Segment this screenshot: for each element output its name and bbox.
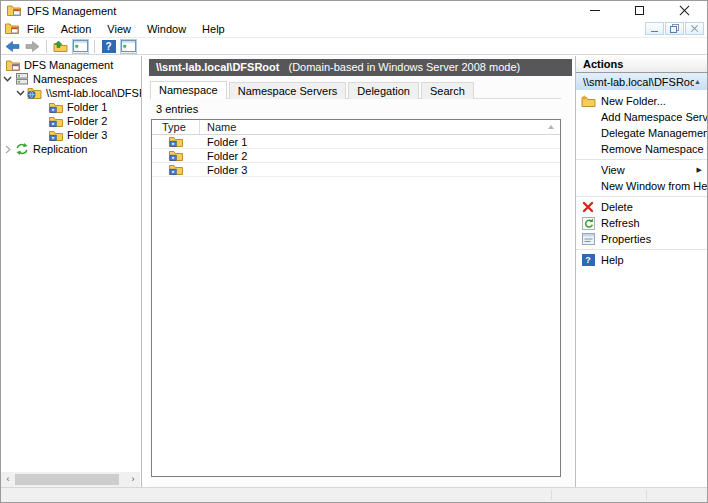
tab-delegation[interactable]: Delegation <box>348 82 419 99</box>
dfs-folder-icon <box>48 116 63 127</box>
statusbar-divider <box>551 490 552 500</box>
namespace-root-icon <box>27 87 42 99</box>
actions-separator <box>576 196 707 197</box>
menu-window[interactable]: Window <box>139 23 194 35</box>
tree-horizontal-scrollbar[interactable]: ‹ › <box>1 472 140 487</box>
delete-icon <box>580 201 596 213</box>
child-minimize-icon[interactable] <box>645 22 664 35</box>
menu-view[interactable]: View <box>99 23 139 35</box>
sort-ascending-icon <box>548 125 554 129</box>
dfs-console-icon <box>5 59 20 71</box>
close-button[interactable] <box>662 1 707 20</box>
console-tree-pane: DFS Management Namespaces \\smt-lab.loca <box>1 56 142 487</box>
action-add-namespace-server[interactable]: Add Namespace Server... <box>576 109 707 125</box>
show-hide-console-tree-icon[interactable] <box>72 39 89 54</box>
scrollbar-thumb[interactable] <box>15 474 119 485</box>
console-window-icon <box>5 22 19 36</box>
results-pane: \\smt-lab.local\DFSRoot(Domain-based in … <box>148 56 573 487</box>
dfs-folder-icon <box>152 150 200 161</box>
tab-search[interactable]: Search <box>421 82 474 99</box>
statusbar-divider <box>646 490 647 500</box>
child-restore-icon[interactable] <box>665 22 684 35</box>
main-area: DFS Management Namespaces \\smt-lab.loca <box>1 56 707 487</box>
toolbar: ? <box>1 37 707 55</box>
results-header-mode: (Domain-based in Windows Server 2008 mod… <box>288 61 520 73</box>
replication-icon <box>14 143 29 155</box>
results-header-title: \\smt-lab.local\DFSRoot <box>156 61 279 73</box>
tree-item-folder-2[interactable]: Folder 2 <box>1 114 141 128</box>
up-one-level-icon[interactable] <box>52 39 69 54</box>
actions-pane: Actions \\smt-lab.local\DFSRoot ▲ New Fo… <box>575 56 707 487</box>
table-row[interactable]: Folder 3 <box>152 163 560 177</box>
forward-icon[interactable] <box>24 39 41 54</box>
action-delete[interactable]: Delete <box>576 199 707 215</box>
actions-pane-title: Actions <box>576 56 707 73</box>
show-hide-action-pane-icon[interactable] <box>120 39 137 54</box>
table-row[interactable]: Folder 2 <box>152 149 560 163</box>
action-view[interactable]: View ▶ <box>576 162 707 178</box>
tree-item-replication[interactable]: Replication <box>1 142 141 156</box>
properties-icon <box>580 233 596 245</box>
table-row[interactable]: Folder 1 <box>152 135 560 149</box>
row-name: Folder 3 <box>200 164 560 176</box>
help-icon[interactable]: ? <box>100 39 117 54</box>
namespaces-icon <box>14 73 29 85</box>
menu-file[interactable]: File <box>19 23 53 35</box>
back-icon[interactable] <box>4 39 21 54</box>
scroll-left-icon[interactable]: ‹ <box>1 472 15 487</box>
row-name: Folder 2 <box>200 150 560 162</box>
action-refresh[interactable]: Refresh <box>576 215 707 231</box>
dfs-management-window: DFS Management File Action View Window H… <box>0 0 708 503</box>
window-title: DFS Management <box>27 5 572 17</box>
toolbar-separator <box>46 40 47 53</box>
results-header: \\smt-lab.local\DFSRoot(Domain-based in … <box>149 59 572 76</box>
toolbar-separator <box>94 40 95 53</box>
menu-action[interactable]: Action <box>53 23 100 35</box>
action-new-folder[interactable]: New Folder... <box>576 93 707 109</box>
column-header-name[interactable]: Name <box>200 120 560 135</box>
help-icon: ? <box>580 254 596 266</box>
maximize-button[interactable] <box>617 1 662 20</box>
tree-item-dfs-management[interactable]: DFS Management <box>1 58 141 72</box>
expanded-chevron-icon[interactable] <box>14 89 27 97</box>
collapse-group-icon[interactable]: ▲ <box>694 78 701 85</box>
tab-namespace[interactable]: Namespace <box>150 81 227 99</box>
app-icon <box>7 4 21 18</box>
collapsed-chevron-icon[interactable] <box>1 145 14 154</box>
menu-help[interactable]: Help <box>194 23 233 35</box>
titlebar: DFS Management <box>1 1 707 20</box>
action-delegate-management[interactable]: Delegate Management ... <box>576 125 707 141</box>
row-name: Folder 1 <box>200 136 560 148</box>
submenu-arrow-icon: ▶ <box>697 166 702 174</box>
entries-count: 3 entries <box>156 103 198 115</box>
actions-separator <box>576 159 707 160</box>
actions-separator <box>576 249 707 250</box>
status-bar <box>1 487 707 502</box>
dfs-folder-icon <box>152 136 200 147</box>
minimize-button[interactable] <box>572 1 617 20</box>
action-help[interactable]: ? Help <box>576 252 707 268</box>
tree-item-namespace-root[interactable]: \\smt-lab.local\DFSRoot <box>1 86 141 100</box>
action-remove-namespace[interactable]: Remove Namespace fr... <box>576 141 707 157</box>
dfs-folder-icon <box>48 130 63 141</box>
action-properties[interactable]: Properties <box>576 231 707 247</box>
column-header-type[interactable]: Type <box>152 120 200 134</box>
action-new-window-from-here[interactable]: New Window from Here <box>576 178 707 194</box>
tab-strip: NamespaceNamespace ServersDelegationSear… <box>150 81 561 99</box>
actions-group-header[interactable]: \\smt-lab.local\DFSRoot ▲ <box>576 73 707 90</box>
tree-item-folder-3[interactable]: Folder 3 <box>1 128 141 142</box>
tree-item-folder-1[interactable]: Folder 1 <box>1 100 141 114</box>
child-close-icon[interactable] <box>685 22 704 35</box>
expanded-chevron-icon[interactable] <box>1 75 14 83</box>
namespace-table: Type Name Folder 1 Folder 2 <box>151 119 561 477</box>
dfs-folder-icon <box>48 102 63 113</box>
scroll-right-icon[interactable]: › <box>126 472 140 487</box>
tab-namespace-servers[interactable]: Namespace Servers <box>229 82 347 99</box>
menubar: File Action View Window Help <box>1 20 707 37</box>
new-folder-icon <box>580 95 596 107</box>
child-window-controls <box>645 22 704 35</box>
refresh-icon <box>580 217 596 230</box>
actions-list: New Folder... Add Namespace Server... De… <box>576 90 707 268</box>
dfs-folder-icon <box>152 164 200 175</box>
tree-item-namespaces[interactable]: Namespaces <box>1 72 141 86</box>
